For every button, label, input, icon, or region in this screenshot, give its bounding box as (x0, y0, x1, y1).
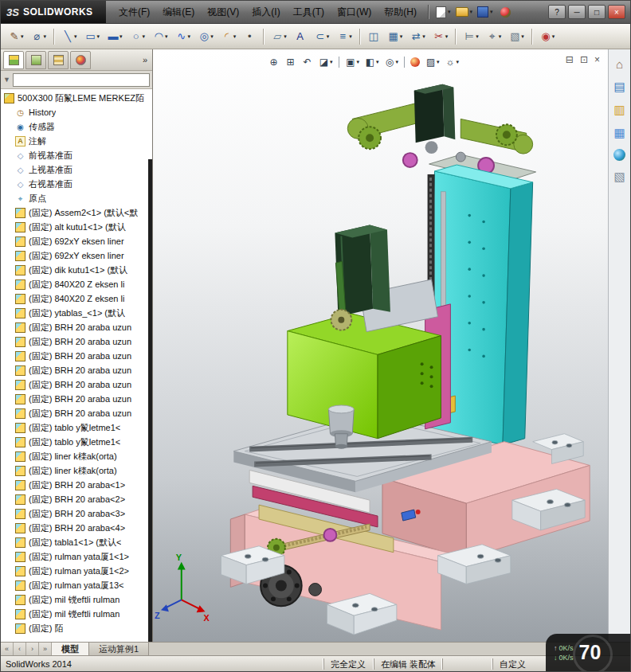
resource-monitor-icon[interactable] (500, 7, 511, 18)
reference-plane-button[interactable]: ▱▾ (268, 26, 290, 47)
zoom-to-area-button[interactable]: ⊞ (283, 56, 298, 68)
maximize-button[interactable]: □ (588, 5, 606, 19)
tree-item[interactable]: 500X300 陌鬣LEME MERKEZ陌 (1, 91, 152, 105)
tree-item[interactable]: (固定) 692xY eksen liner (1, 234, 152, 248)
rapid-sketch-button[interactable]: ◉▾ (536, 26, 558, 47)
tree-item[interactable]: (固定) mil 镋eftli rulman (1, 607, 152, 621)
corner-rectangle-button[interactable]: ▭▾ (81, 26, 104, 47)
display-style-button[interactable]: ◧▾ (363, 56, 381, 68)
tree-item[interactable]: (固定) tablo y鬣letme1< (1, 420, 152, 435)
tab-model[interactable]: 模型 (52, 643, 89, 655)
tab-nav-button-0[interactable]: « (1, 643, 14, 655)
tree-item[interactable]: (固定) BRH 20 araba uzun (1, 363, 152, 377)
tree-item[interactable]: ◉传感器 (1, 119, 152, 134)
tree-item[interactable]: ◇前视基准面 (1, 148, 152, 162)
tree-item[interactable]: (固定) rulman yata厦1<2> (1, 564, 152, 578)
tab-nav-button-3[interactable]: » (39, 643, 52, 655)
menu-item-3[interactable]: 插入(I) (245, 1, 286, 23)
menu-item-0[interactable]: 文件(F) (112, 1, 156, 23)
tab-featuremanager-tree[interactable] (3, 51, 24, 69)
tab-propertymanager[interactable] (25, 51, 46, 69)
tree-item[interactable]: (固定) ytablas_<1> (默认 (1, 306, 152, 320)
tree-filter-input[interactable] (13, 73, 150, 87)
point-button[interactable]: • (240, 26, 259, 47)
tab-nav-button-2[interactable]: › (26, 643, 39, 655)
trim-entities-button[interactable]: ✂▾ (429, 26, 452, 47)
document-minimize-button[interactable]: ⊟ (566, 54, 574, 65)
tree-item[interactable]: (固定) BRH 20 araba uzun (1, 349, 152, 363)
tab-configurationmanager[interactable] (48, 51, 69, 69)
menu-item-5[interactable]: 窗口(W) (331, 1, 378, 23)
file-explorer-icon[interactable]: ▥ (613, 103, 625, 117)
tree-item[interactable]: ⌖原点 (1, 191, 152, 205)
tree-item[interactable]: (固定) BRH 20 araba uzun (1, 392, 152, 406)
spline-button[interactable]: ∿▾ (172, 26, 194, 47)
net-speed-overlay[interactable]: ↑0K/s ↓0K/s 70 (546, 634, 630, 671)
view-orientation-button[interactable]: ▣▾ (343, 56, 362, 68)
tree-item[interactable]: (固定) liner k檪ak(orta) (1, 463, 152, 478)
tree-item[interactable]: (固定) mil 镋eftli rulman (1, 592, 152, 607)
appearances-icon[interactable] (613, 149, 625, 161)
panel-tabs-overflow-button[interactable]: » (140, 55, 150, 64)
menu-item-2[interactable]: 视图(V) (201, 1, 245, 23)
quick-snaps-button[interactable]: ⌖▾ (483, 26, 505, 47)
smart-dimension-button[interactable]: ⌀▾ (28, 26, 50, 47)
tree-item[interactable]: (固定) BRH 20 araba uzun (1, 320, 152, 334)
tree-item[interactable]: (固定) 692xY eksen liner (1, 248, 152, 263)
view-palette-icon[interactable]: ▦ (613, 126, 625, 140)
convert-entities-button[interactable]: ⊂▾ (311, 26, 333, 47)
new-document-button[interactable]: ▾ (433, 5, 453, 20)
tree-item[interactable]: (固定) Assem2<1> (默认<默 (1, 205, 152, 220)
document-close-button[interactable]: × (594, 54, 600, 65)
tree-item[interactable]: (固定) BRH 20 araba<1> (1, 478, 152, 492)
menu-item-4[interactable]: 工具(T) (287, 1, 331, 23)
view-settings-button[interactable]: ☼▾ (443, 56, 461, 68)
open-button[interactable]: ▾ (453, 6, 476, 18)
linear-sketch-pattern-button[interactable]: ▦▾ (384, 26, 406, 47)
sketch-picture-button[interactable]: ▧▾ (505, 26, 527, 47)
apply-scene-button[interactable]: ▨▾ (423, 56, 441, 68)
help-button[interactable]: ? (548, 5, 566, 19)
save-button[interactable]: ▾ (475, 5, 496, 19)
tab-displaymanager[interactable] (70, 51, 91, 69)
tab-motion-study[interactable]: 运动算例1 (89, 643, 149, 655)
tree-item[interactable]: (固定) BRH 20 araba uzun (1, 377, 152, 392)
tree-item[interactable]: (固定) alt kutu1<1> (默认 (1, 220, 152, 234)
mirror-entities-button[interactable]: ◫ (364, 26, 383, 47)
sketch-fillet-button[interactable]: ◜▾ (218, 26, 240, 47)
text-button[interactable]: A (291, 26, 310, 47)
tree-item[interactable]: (固定) rulman yata厦1<1> (1, 549, 152, 564)
menu-item-1[interactable]: 编辑(E) (156, 1, 201, 23)
tree-item[interactable]: (固定) BRH 20 araba uzun (1, 406, 152, 420)
tree-item[interactable]: (固定) liner k檪ak(orta) (1, 449, 152, 463)
display-relations-button[interactable]: ⊨▾ (460, 26, 482, 47)
custom-properties-icon[interactable]: ▧ (613, 170, 625, 184)
section-view-button[interactable]: ◪▾ (316, 56, 335, 68)
tree-item[interactable]: (固定) dik kutu1<1> (默认 (1, 263, 152, 277)
zoom-to-fit-button[interactable]: ⊕ (266, 56, 281, 68)
line-button[interactable]: ╲▾ (58, 26, 80, 47)
centerpoint-arc-button[interactable]: ◠▾ (149, 26, 171, 47)
close-button[interactable]: × (608, 5, 625, 19)
tree-item[interactable]: (固定) BRH 20 araba uzun (1, 334, 152, 349)
tab-nav-button-1[interactable]: ‹ (14, 643, 26, 655)
move-entities-button[interactable]: ⇄▾ (406, 26, 429, 47)
cnc-machine-model[interactable]: Y X Z (153, 49, 608, 642)
previous-view-button[interactable]: ↶ (300, 56, 315, 68)
menu-item-6[interactable]: 帮助(H) (378, 1, 423, 23)
tree-item[interactable]: (固定) 陌 (1, 621, 152, 635)
tree-item[interactable]: (固定) 840X20 Z eksen li (1, 291, 152, 306)
circle-button[interactable]: ○▾ (127, 26, 149, 47)
spindle-head[interactable] (288, 225, 451, 449)
edit-appearance-button[interactable] (409, 57, 421, 68)
tree-item[interactable]: ◷History (1, 105, 152, 119)
tree-item[interactable]: (固定) rulman yata厦13< (1, 578, 152, 592)
tree-item[interactable]: (固定) tabla1<1> (默认< (1, 535, 152, 549)
tree-scrollbar[interactable] (148, 159, 152, 642)
tree-item[interactable]: ◇上视基准面 (1, 162, 152, 177)
tree-item[interactable]: (固定) BRH 20 araba<2> (1, 492, 152, 506)
gantry-assembly[interactable] (347, 84, 535, 182)
tree-item[interactable]: (固定) BRH 20 araba<4> (1, 521, 152, 535)
design-library-icon[interactable]: ▤ (613, 80, 625, 94)
solidworks-resources-icon[interactable]: ⌂ (616, 57, 623, 71)
